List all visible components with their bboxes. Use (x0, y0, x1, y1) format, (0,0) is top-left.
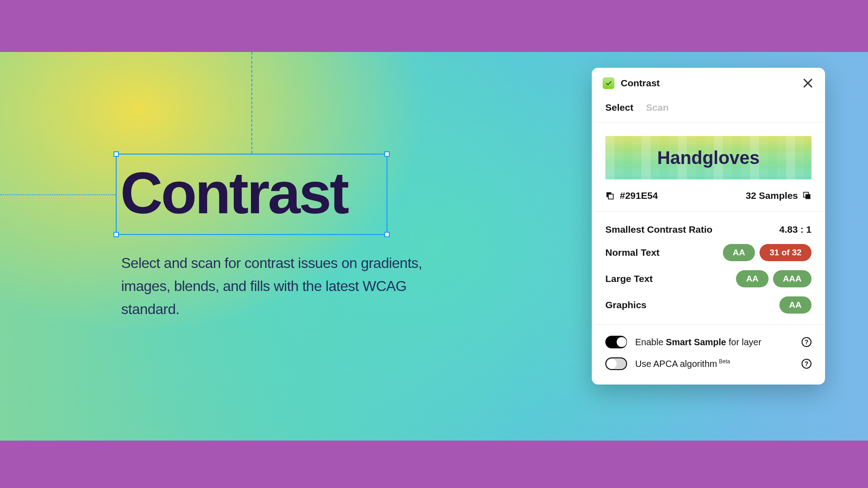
alignment-guide-vertical (251, 52, 252, 154)
smart-sample-row: Enable Smart Sample for layer ? (592, 331, 825, 353)
selection-bounding-box[interactable]: Contrast (116, 154, 387, 235)
ratio-label: Smallest Contrast Ratio (605, 224, 712, 235)
apca-row: Use APCA algorithmBeta ? (592, 353, 825, 375)
graphics-row: Graphics AA (592, 292, 825, 318)
design-canvas[interactable]: Contrast Select and scan for contrast is… (0, 52, 868, 441)
options-section: Enable Smart Sample for layer ? Use APCA… (592, 324, 825, 385)
color-info-row: #291E54 32 Samples (592, 186, 825, 206)
large-text-row: Large Text AA AAA (592, 266, 825, 292)
results-section: Smallest Contrast Ratio 4.83 : 1 Normal … (592, 217, 825, 324)
foreground-swatch-icon (605, 191, 614, 200)
normal-text-label: Normal Text (605, 247, 660, 258)
alignment-guide-horizontal (0, 194, 116, 195)
app-checkmark-icon (603, 77, 614, 89)
smart-sample-label: Enable Smart Sample for layer (635, 337, 793, 347)
sample-count: 32 Samples (745, 190, 798, 201)
large-text-aaa-badge: AAA (773, 270, 811, 287)
resize-handle-top-left[interactable] (113, 151, 119, 157)
normal-text-fail-badge: 31 of 32 (760, 244, 811, 261)
svg-rect-3 (806, 194, 811, 199)
subtitle-text[interactable]: Select and scan for contrast issues on g… (121, 252, 429, 321)
divider (592, 211, 825, 211)
tab-scan[interactable]: Scan (646, 102, 669, 113)
tab-select[interactable]: Select (605, 102, 633, 113)
graphics-label: Graphics (605, 300, 646, 310)
panel-header: Contrast (592, 68, 825, 99)
panel-tabs: Select Scan (592, 99, 825, 122)
ratio-value: 4.83 : 1 (779, 224, 811, 235)
resize-handle-bottom-right[interactable] (384, 232, 390, 237)
svg-rect-1 (609, 194, 613, 199)
apca-toggle[interactable] (605, 357, 627, 370)
preview-section: Handgloves (592, 122, 825, 186)
smart-sample-toggle[interactable] (605, 336, 627, 348)
app-frame: Contrast Select and scan for contrast is… (0, 0, 868, 488)
graphics-aa-badge: AA (779, 296, 811, 314)
panel-title: Contrast (621, 78, 802, 89)
normal-text-row: Normal Text AA 31 of 32 (592, 239, 825, 266)
ratio-row: Smallest Contrast Ratio 4.83 : 1 (592, 220, 825, 239)
background-swatch-icon[interactable] (802, 191, 811, 200)
contrast-panel: Contrast Select Scan Handgloves (592, 68, 825, 385)
foreground-hex[interactable]: #291E54 (620, 190, 658, 201)
close-button[interactable] (802, 77, 814, 89)
normal-text-aa-badge: AA (723, 244, 755, 261)
resize-handle-bottom-left[interactable] (113, 232, 119, 237)
large-text-label: Large Text (605, 273, 653, 284)
preview-sample-text: Handgloves (605, 136, 811, 179)
headline-text[interactable]: Contrast (117, 155, 387, 222)
resize-handle-top-right[interactable] (384, 151, 390, 157)
apca-label: Use APCA algorithmBeta (635, 358, 793, 369)
smart-sample-help-icon[interactable]: ? (802, 337, 811, 347)
apca-help-icon[interactable]: ? (802, 359, 811, 369)
preview-swatch: Handgloves (605, 136, 811, 179)
large-text-aa-badge: AA (736, 270, 768, 287)
